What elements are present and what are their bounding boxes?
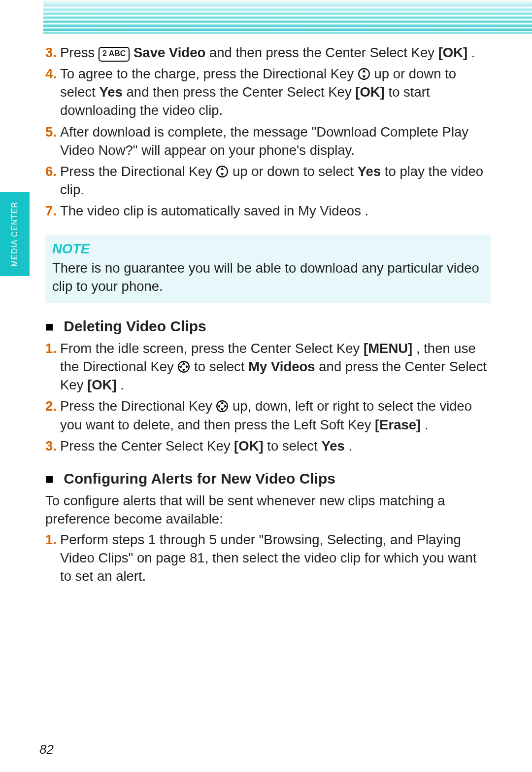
step-2: 2. Press the Directional Key up, down, l… <box>45 397 491 436</box>
step-number: 4. <box>45 65 57 83</box>
step-number: 3. <box>45 437 57 455</box>
svg-marker-2 <box>363 75 366 78</box>
svg-marker-15 <box>225 405 227 408</box>
key-2abc-icon: 2 ABC <box>99 47 130 62</box>
note-title: NOTE <box>52 240 484 258</box>
svg-marker-14 <box>218 405 220 408</box>
step-7: 7. The video clip is automatically saved… <box>45 202 491 223</box>
step-number: 1. <box>45 530 57 549</box>
note-text: There is no guarantee you will be able t… <box>52 259 484 295</box>
heading-configuring-alerts: Configuring Alerts for New Video Clips <box>45 469 491 489</box>
step-3: 3. Press the Center Select Key [OK] to s… <box>45 437 491 458</box>
svg-marker-4 <box>221 167 224 170</box>
svg-marker-9 <box>179 365 182 369</box>
page-number: 82 <box>39 742 54 757</box>
manual-page: MEDIA CENTER 3. Press 2 ABC Save Video a… <box>0 0 532 772</box>
step-number: 3. <box>45 43 57 62</box>
steps-alerts: 1. Perform steps 1 through 5 under "Brow… <box>45 530 491 588</box>
svg-marker-8 <box>182 369 186 371</box>
step-1: 1. Perform steps 1 through 5 under "Brow… <box>45 530 491 588</box>
svg-marker-7 <box>182 362 186 364</box>
steps-download: 3. Press 2 ABC Save Video and then press… <box>45 43 491 223</box>
directional-all-icon <box>216 400 229 413</box>
intro-text: To configure alerts that will be sent wh… <box>45 491 491 528</box>
page-content: 3. Press 2 ABC Save Video and then press… <box>45 43 491 588</box>
directional-updown-icon <box>216 165 229 178</box>
section-tab-label: MEDIA CENTER <box>10 202 19 267</box>
directional-all-icon <box>177 360 190 373</box>
step-number: 5. <box>45 123 57 141</box>
heading-deleting-video-clips: Deleting Video Clips <box>45 316 491 337</box>
step-number: 2. <box>45 397 57 415</box>
step-6: 6. Press the Directional Key up or down … <box>45 162 491 202</box>
svg-marker-12 <box>221 402 224 404</box>
step-number: 6. <box>45 162 57 180</box>
step-1: 1. From the idle screen, press the Cente… <box>45 339 491 397</box>
svg-marker-10 <box>186 365 189 369</box>
svg-marker-5 <box>221 173 224 175</box>
step-number: 1. <box>45 339 57 357</box>
step-number: 7. <box>45 202 57 220</box>
directional-updown-icon <box>358 68 370 80</box>
svg-marker-13 <box>221 409 224 411</box>
steps-delete: 1. From the idle screen, press the Cente… <box>45 339 491 458</box>
step-3: 3. Press 2 ABC Save Video and then press… <box>45 43 491 65</box>
step-4: 4. To agree to the charge, press the Dir… <box>45 65 491 122</box>
svg-marker-1 <box>363 70 366 72</box>
note-box: NOTE There is no guarantee you will be a… <box>45 235 491 302</box>
header-stripe <box>43 0 532 34</box>
section-tab-media-center: MEDIA CENTER <box>0 192 30 276</box>
step-5: 5. After download is complete, the messa… <box>45 123 491 162</box>
